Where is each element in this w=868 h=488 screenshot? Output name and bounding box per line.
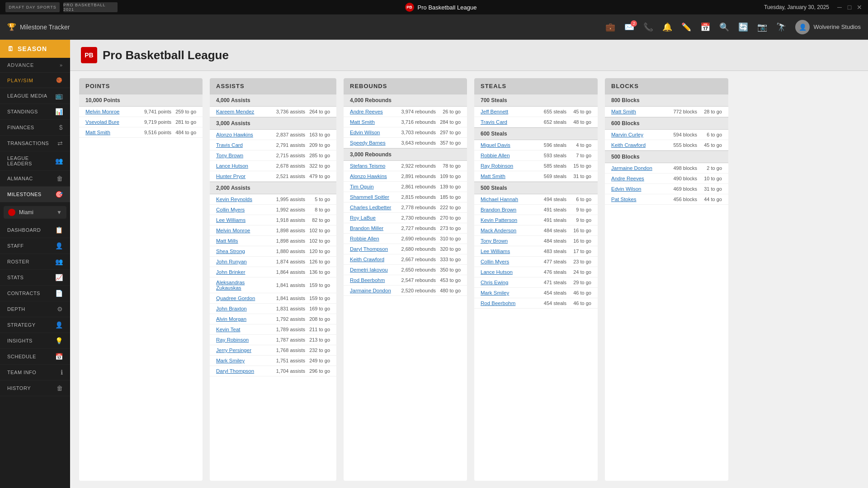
player-name-link[interactable]: Collin Myers (481, 259, 530, 264)
player-name-link[interactable]: Mark Smiley (481, 290, 530, 296)
sidebar-item-dashboard[interactable]: DASHBOARD 📋 (0, 222, 70, 238)
player-name-link[interactable]: Andre Reeves (350, 109, 400, 114)
player-name-link[interactable]: Edvin Wilson (611, 186, 661, 192)
player-name-link[interactable]: Matt Smith (85, 130, 135, 135)
player-name-link[interactable]: Mark Smiley (216, 358, 269, 363)
player-name-link[interactable]: Collin Myers (216, 207, 269, 212)
player-name-link[interactable]: Lee Williams (481, 249, 530, 254)
player-name-link[interactable]: Matt Smith (350, 119, 400, 125)
search-icon[interactable]: 🔍 (719, 22, 729, 32)
sidebar-item-schedule[interactable]: SCHEDULE 📅 (0, 349, 70, 365)
player-name-link[interactable]: Miguel Davis (481, 142, 530, 148)
player-name-link[interactable]: Marvin Curley (611, 132, 661, 137)
player-name-link[interactable]: Brandon Brown (481, 207, 530, 212)
player-name-link[interactable]: Lance Hutson (216, 163, 269, 169)
sidebar-item-almanac[interactable]: ALMANAC 🗑 (0, 171, 70, 187)
player-name-link[interactable]: Kareem Mendez (216, 109, 269, 114)
mail-icon[interactable]: ✉️ 2 (624, 22, 634, 32)
player-name-link[interactable]: John Braxton (216, 306, 269, 311)
maximize-button[interactable]: □ (846, 4, 853, 10)
sidebar-item-contracts[interactable]: CONTRACTS 📄 (0, 286, 70, 301)
player-name-link[interactable]: Lance Hutson (481, 269, 530, 275)
player-name-link[interactable]: Aleksandras Zukauskas (216, 280, 269, 291)
refresh-icon[interactable]: 🔄 (738, 22, 748, 32)
player-name-link[interactable]: Tim Oguin (350, 184, 400, 189)
player-name-link[interactable]: Chris Ewing (481, 280, 530, 285)
player-name-link[interactable]: Shea Strong (216, 249, 269, 254)
player-name-link[interactable]: Edvin Wilson (350, 130, 400, 135)
player-name-link[interactable]: Matt Smith (481, 174, 530, 179)
player-name-link[interactable]: Demetri Iakovou (350, 267, 400, 272)
player-name-link[interactable]: Andre Reeves (611, 176, 661, 181)
player-name-link[interactable]: Daryl Thompson (350, 246, 400, 252)
team-selector[interactable]: Miami ▼ (4, 206, 66, 219)
player-name-link[interactable]: Travis Card (481, 119, 530, 125)
sidebar-item-roster[interactable]: ROSTER 👥 (0, 254, 70, 270)
player-name-link[interactable]: Travis Card (216, 142, 269, 148)
player-name-link[interactable]: Roy LaBue (350, 215, 400, 221)
briefcase-icon[interactable]: 💼 (605, 22, 615, 32)
player-name-link[interactable]: Robbie Allen (350, 236, 400, 241)
player-name-link[interactable]: Alonzo Hawkins (350, 174, 400, 179)
player-name-link[interactable]: Speedy Barnes (350, 140, 400, 145)
sidebar-advance[interactable]: ADVANCE » (0, 58, 70, 73)
player-name-link[interactable]: Ray Robinson (216, 337, 269, 343)
player-name-link[interactable]: Jarmaine Dondon (611, 165, 661, 171)
player-name-link[interactable]: Lee Williams (216, 217, 269, 223)
player-name-link[interactable]: Melvin Monroe (85, 109, 135, 114)
binoculars-icon[interactable]: 🔭 (776, 22, 786, 32)
player-name-link[interactable]: Kevin Teat (216, 327, 269, 332)
user-profile[interactable]: 👤 Wolverine Studios (795, 20, 861, 34)
bell-icon[interactable]: 🔔 (662, 22, 672, 32)
player-name-link[interactable]: John Runyan (216, 259, 269, 264)
player-name-link[interactable]: Shammell Spitler (350, 194, 400, 200)
player-name-link[interactable]: Matt Smith (611, 109, 661, 114)
calendar-icon[interactable]: 📅 (700, 22, 710, 32)
player-name-link[interactable]: Keith Crawford (350, 257, 400, 262)
season-button[interactable]: 🗓 SEASON (0, 40, 70, 58)
close-button[interactable]: ✕ (856, 4, 863, 10)
sidebar-item-league-leaders[interactable]: LEAGUE LEADERS 👥 (0, 151, 70, 171)
edit-icon[interactable]: ✏️ (681, 22, 691, 32)
player-name-link[interactable]: Tony Brown (216, 153, 269, 158)
player-name-link[interactable]: Pat Stokes (611, 197, 661, 202)
player-name-link[interactable]: Alvin Morgan (216, 316, 269, 322)
sidebar-playsim[interactable]: PLAY/SIM 🏀 (0, 73, 70, 88)
player-name-link[interactable]: Michael Hannah (481, 197, 530, 202)
player-name-link[interactable]: Melvin Monroe (216, 228, 269, 233)
player-name-link[interactable]: Brandon Miller (350, 225, 400, 231)
sidebar-item-transactions[interactable]: TRANSACTIONS ⇄ (0, 136, 70, 151)
player-name-link[interactable]: Mack Anderson (481, 228, 530, 233)
player-name-link[interactable]: Vsevolad Bure (85, 119, 135, 125)
sidebar-item-team-info[interactable]: TEAM INFO ℹ (0, 365, 70, 380)
sidebar-item-depth[interactable]: DEPTH ⚙ (0, 301, 70, 317)
player-name-link[interactable]: Daryl Thompson (216, 368, 269, 374)
sidebar-item-milestones[interactable]: MILESTONES 🎯 (0, 187, 70, 202)
player-name-link[interactable]: Stefans Teismo (350, 163, 400, 169)
player-name-link[interactable]: John Brinker (216, 269, 269, 275)
minimize-button[interactable]: ─ (836, 4, 843, 10)
player-name-link[interactable]: Kevin Patterson (481, 217, 530, 223)
player-name-link[interactable]: Rod Beerbohm (350, 277, 400, 283)
sidebar-item-history[interactable]: HISTORY 🗑 (0, 380, 70, 396)
sidebar-item-insights[interactable]: INSIGHTS 💡 (0, 333, 70, 349)
sidebar-item-finances[interactable]: FINANCES $ (0, 120, 70, 136)
window-controls[interactable]: ─ □ ✕ (836, 4, 863, 10)
camera-icon[interactable]: 📷 (757, 22, 767, 32)
player-name-link[interactable]: Quadree Gordon (216, 296, 269, 301)
player-name-link[interactable]: Keith Crawford (611, 142, 661, 148)
player-name-link[interactable]: Hunter Pryor (216, 174, 269, 179)
sidebar-item-standings[interactable]: STANDINGS 📊 (0, 104, 70, 120)
player-name-link[interactable]: Alonzo Hawkins (216, 132, 269, 137)
phone-icon[interactable]: 📞 (643, 22, 653, 32)
sidebar-item-strategy[interactable]: STRATEGY 👤 (0, 317, 70, 333)
player-name-link[interactable]: Tony Brown (481, 238, 530, 244)
player-name-link[interactable]: Rod Beerbohm (481, 300, 530, 306)
player-name-link[interactable]: Matt Mills (216, 238, 269, 244)
sidebar-item-staff[interactable]: STAFF 👤 (0, 238, 70, 254)
player-name-link[interactable]: Jerry Persinger (216, 347, 269, 353)
player-name-link[interactable]: Charles Ledbetter (350, 205, 400, 210)
player-name-link[interactable]: Robbie Allen (481, 153, 530, 158)
player-name-link[interactable]: Kevin Reynolds (216, 197, 269, 202)
player-name-link[interactable]: Jarmaine Dondon (350, 288, 400, 293)
